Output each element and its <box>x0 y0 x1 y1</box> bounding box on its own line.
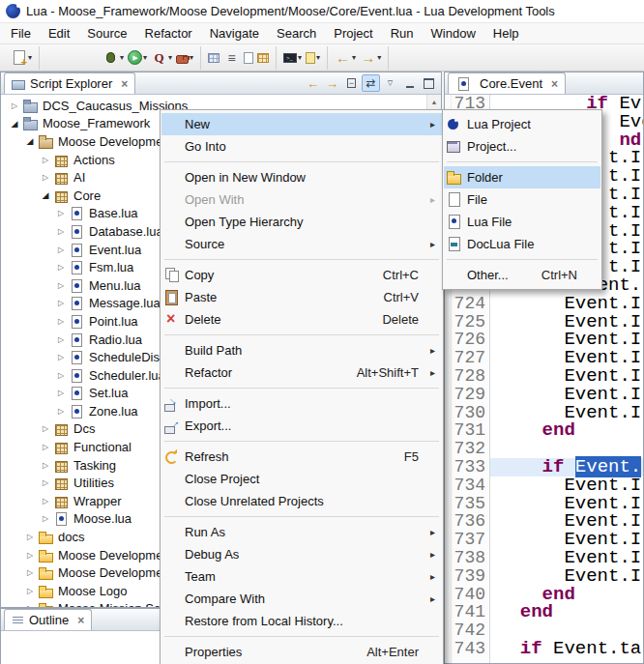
menu-item-close-project[interactable]: Close Project <box>161 468 442 490</box>
expand-arrow-icon[interactable]: ▷ <box>38 424 53 433</box>
code-line-743[interactable]: if Event.ta <box>498 640 643 658</box>
tab-script-explorer[interactable]: Script Explorer × <box>4 72 135 94</box>
toggle-table-button[interactable] <box>255 47 271 69</box>
code-line-731[interactable]: end <box>498 421 643 440</box>
dropdown-caret-icon[interactable]: ▾ <box>120 53 124 62</box>
menu-item-other[interactable]: Other...Ctrl+N <box>444 264 600 286</box>
menubar-item-refactor[interactable]: Refactor <box>136 23 201 43</box>
menu-item-go-into[interactable]: Go Into <box>161 135 442 158</box>
menu-item-run-as[interactable]: Run As▸ <box>161 521 442 543</box>
menu-item-file[interactable]: File <box>444 188 600 211</box>
dropdown-caret-icon[interactable]: ▾ <box>316 53 320 62</box>
view-menu-button[interactable] <box>381 74 399 92</box>
code-line-741[interactable]: end <box>498 603 643 621</box>
collapse-arrow-icon[interactable]: ◢ <box>22 136 38 146</box>
menubar-item-run[interactable]: Run <box>382 23 423 43</box>
menubar-item-help[interactable]: Help <box>484 23 528 43</box>
scroll-up-icon[interactable]: ▲ <box>427 95 441 108</box>
dropdown-caret-icon[interactable]: ▾ <box>143 53 147 62</box>
external-tools-button[interactable]: ▾ <box>174 47 195 69</box>
menu-item-export[interactable]: Export... <box>161 415 442 437</box>
menu-item-debug-as[interactable]: Debug As▸ <box>161 543 442 565</box>
menu-item-open-in-new-window[interactable]: Open in New Window <box>161 166 442 188</box>
open-console-button[interactable]: ▾ <box>281 47 304 69</box>
new-wizard-button[interactable]: ▾ <box>9 47 34 69</box>
menu-item-properties[interactable]: PropertiesAlt+Enter <box>161 641 442 663</box>
collapse-arrow-icon[interactable]: ◢ <box>7 119 22 129</box>
menu-item-copy[interactable]: CopyCtrl+C <box>161 264 442 286</box>
expand-arrow-icon[interactable]: ▷ <box>38 514 53 523</box>
forward-button[interactable]: ▾ <box>358 47 383 69</box>
debug-button[interactable]: ▾ <box>101 47 126 69</box>
close-icon[interactable]: × <box>77 614 84 627</box>
dropdown-caret-icon[interactable]: ▾ <box>377 53 381 62</box>
expand-arrow-icon[interactable]: ▷ <box>53 389 69 397</box>
expand-arrow-icon[interactable]: ▷ <box>22 568 38 577</box>
expand-arrow-icon[interactable]: ▷ <box>22 604 38 607</box>
back-button[interactable] <box>304 74 322 92</box>
collapse-arrow-icon[interactable]: ◢ <box>38 190 53 200</box>
expand-arrow-icon[interactable]: ▷ <box>38 461 53 470</box>
expand-arrow-icon[interactable]: ▷ <box>53 281 69 290</box>
dropdown-caret-icon[interactable]: ▾ <box>190 53 193 62</box>
menu-item-team[interactable]: Team▸ <box>161 565 442 588</box>
menubar-item-navigate[interactable]: Navigate <box>201 23 268 43</box>
maximize-button[interactable] <box>420 74 438 92</box>
expand-arrow-icon[interactable]: ▷ <box>38 443 53 451</box>
forward-button[interactable] <box>323 74 341 92</box>
dropdown-caret-icon[interactable]: ▾ <box>298 53 302 62</box>
menubar-item-source[interactable]: Source <box>78 23 135 43</box>
menu-item-project[interactable]: Project... <box>444 135 600 158</box>
expand-arrow-icon[interactable]: ▷ <box>53 263 69 272</box>
dropdown-caret-icon[interactable]: ▾ <box>28 53 32 62</box>
back-button[interactable]: ▾ <box>333 47 358 69</box>
link-with-editor-button[interactable] <box>362 74 380 92</box>
expand-arrow-icon[interactable]: ▷ <box>53 407 69 416</box>
menu-item-import[interactable]: Import... <box>161 392 442 415</box>
menubar-item-window[interactable]: Window <box>423 23 484 43</box>
menu-item-build-path[interactable]: Build Path▸ <box>161 339 442 361</box>
expand-arrow-icon[interactable]: ▷ <box>53 335 69 344</box>
expand-arrow-icon[interactable]: ▷ <box>38 478 53 487</box>
menu-item-source[interactable]: Source▸ <box>161 233 442 255</box>
menu-item-open-type-hierarchy[interactable]: Open Type Hierarchy <box>161 211 442 233</box>
close-icon[interactable]: × <box>551 77 558 91</box>
expand-arrow-icon[interactable]: ▷ <box>53 209 69 217</box>
expand-arrow-icon[interactable]: ▷ <box>53 227 69 236</box>
expand-arrow-icon[interactable]: ▷ <box>22 533 38 541</box>
expand-arrow-icon[interactable]: ▷ <box>53 245 69 254</box>
tab-outline[interactable]: Outline × <box>4 609 92 630</box>
menu-item-paste[interactable]: PasteCtrl+V <box>161 286 442 308</box>
expand-arrow-icon[interactable]: ▷ <box>53 353 69 361</box>
snippets-button[interactable]: ▾ <box>304 47 322 69</box>
collapse-all-button[interactable] <box>342 74 361 92</box>
toggle-doc-button[interactable] <box>242 47 255 69</box>
toggle-grid-button[interactable] <box>206 47 221 69</box>
menu-item-refresh[interactable]: RefreshF5 <box>161 446 442 468</box>
menu-item-close-unrelated-projects[interactable]: Close Unrelated Projects <box>161 490 442 512</box>
menu-item-lua-file[interactable]: Lua File <box>444 211 600 233</box>
dropdown-caret-icon[interactable]: ▾ <box>168 53 172 62</box>
minimize-button[interactable] <box>400 74 419 92</box>
menu-item-doclua-file[interactable]: DocLua File <box>444 233 600 255</box>
menu-item-refactor[interactable]: RefactorAlt+Shift+T▸ <box>161 361 442 384</box>
expand-arrow-icon[interactable]: ▷ <box>38 173 53 182</box>
menubar-item-file[interactable]: File <box>2 23 40 43</box>
expand-arrow-icon[interactable]: ▷ <box>22 587 38 595</box>
menubar-item-project[interactable]: Project <box>325 23 381 43</box>
dropdown-caret-icon[interactable]: ▾ <box>352 53 356 62</box>
run-button[interactable]: ▾ <box>126 47 149 69</box>
expand-arrow-icon[interactable]: ▷ <box>38 497 53 505</box>
menu-item-lua-project[interactable]: Lua Project <box>444 113 600 135</box>
expand-arrow-icon[interactable]: ▷ <box>38 156 53 164</box>
tab-core-event[interactable]: Core.Event × <box>448 72 566 94</box>
expand-arrow-icon[interactable]: ▷ <box>53 317 69 326</box>
menu-item-folder[interactable]: Folder <box>444 166 600 188</box>
menubar-item-edit[interactable]: Edit <box>40 23 78 43</box>
menu-item-compare-with[interactable]: Compare With▸ <box>161 588 442 610</box>
code-coverage-button[interactable]: ▾ <box>149 47 174 69</box>
menu-item-delete[interactable]: DeleteDelete <box>161 308 442 331</box>
toggle-lines-button[interactable] <box>221 47 242 69</box>
close-icon[interactable]: × <box>121 77 128 91</box>
menubar-item-search[interactable]: Search <box>268 23 325 43</box>
